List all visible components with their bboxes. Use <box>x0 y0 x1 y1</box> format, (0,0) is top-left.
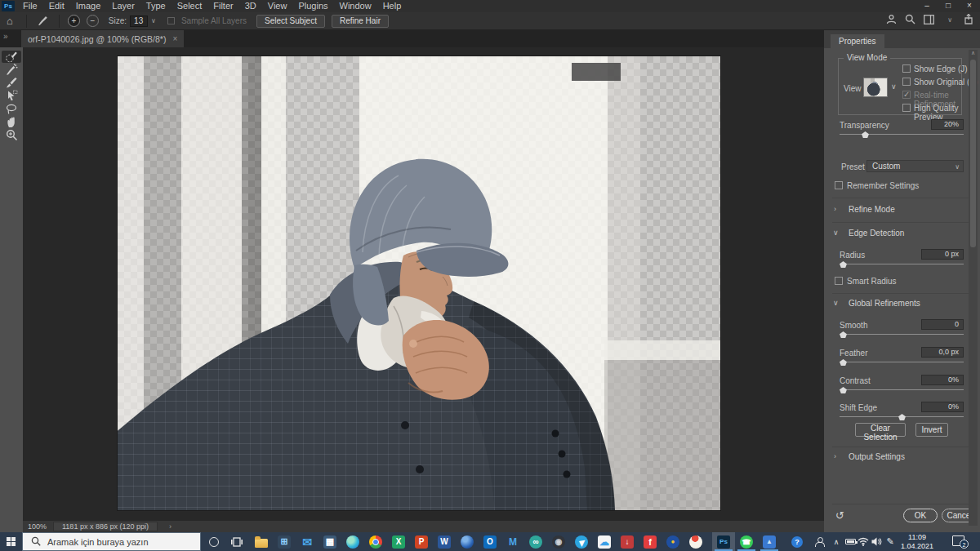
taskbar-mega[interactable]: M <box>501 532 524 551</box>
taskbar-excel[interactable]: X <box>387 532 410 551</box>
taskbar-flipboard[interactable]: f <box>639 532 662 551</box>
document-image[interactable] <box>118 56 720 510</box>
select-subject-button[interactable]: Select Subject <box>256 15 325 28</box>
invert-button[interactable]: Invert <box>915 423 948 437</box>
taskbar-telegram[interactable]: ▶ <box>570 532 593 551</box>
subtract-from-selection-button[interactable]: − <box>87 15 99 27</box>
transparency-value[interactable]: 20% <box>931 119 964 130</box>
preset-dropdown[interactable]: Custom ∨ <box>866 160 964 172</box>
view-thumbnail[interactable] <box>863 78 888 97</box>
refine-mode-chevron-icon[interactable]: › <box>834 205 836 213</box>
taskbar-whatsapp[interactable]: ☎ <box>735 532 758 551</box>
taskbar-screen-recorder[interactable]: ◉ <box>547 532 570 551</box>
taskbar-photos[interactable]: ▲ <box>758 532 781 551</box>
edge-detection-title[interactable]: Edge Detection <box>849 229 904 238</box>
taskbar-ccleaner[interactable] <box>684 532 707 551</box>
taskbar-bluestacks[interactable]: ● <box>662 532 684 551</box>
remember-settings-checkbox[interactable] <box>835 181 843 189</box>
smart-radius-checkbox[interactable] <box>835 277 843 285</box>
menu-view[interactable]: View <box>262 0 293 12</box>
radius-slider[interactable] <box>840 260 964 269</box>
menu-layer[interactable]: Layer <box>106 0 140 12</box>
view-chevron-icon[interactable]: ∨ <box>891 82 897 91</box>
radius-value[interactable]: 0 px <box>921 249 964 260</box>
canvas-area[interactable]: 100% 1181 px x 886 px (120 ppi) › <box>23 47 824 532</box>
refine-hair-button[interactable]: Refine Hair <box>332 15 389 28</box>
transparency-slider[interactable] <box>840 131 964 139</box>
lasso-tool[interactable] <box>2 103 21 115</box>
contrast-value[interactable]: 0% <box>921 375 964 385</box>
document-tab[interactable]: orf-P1040026.jpg @ 100% (RGB/8*) × <box>21 30 184 47</box>
minimize-button[interactable]: – <box>916 0 938 12</box>
sample-all-layers-checkbox[interactable] <box>167 17 175 24</box>
search-input[interactable] <box>47 537 190 547</box>
realtime-refinement-checkbox[interactable] <box>902 91 911 99</box>
hand-tool[interactable] <box>2 116 21 128</box>
contrast-slider[interactable] <box>840 386 964 394</box>
photoshop-logo-icon[interactable]: Ps <box>2 1 15 11</box>
smooth-value[interactable]: 0 <box>921 319 964 330</box>
scroll-up-icon[interactable]: ∧ <box>969 50 978 56</box>
home-icon[interactable]: ⌂ <box>0 15 21 27</box>
document-tab-close-icon[interactable]: × <box>172 34 177 43</box>
taskbar-file-explorer[interactable] <box>250 532 273 551</box>
menu-3d[interactable]: 3D <box>239 0 262 12</box>
feather-value[interactable]: 0,0 px <box>921 347 964 358</box>
taskbar-search[interactable] <box>22 532 201 551</box>
taskbar-downloader[interactable]: ↓ <box>616 532 639 551</box>
output-settings-chevron-icon[interactable]: › <box>834 452 836 460</box>
brush-tool[interactable] <box>2 77 21 89</box>
edge-detection-chevron-icon[interactable]: ∨ <box>833 229 839 237</box>
menu-type[interactable]: Type <box>140 0 172 12</box>
global-refinements-chevron-icon[interactable]: ∨ <box>833 299 839 307</box>
account-icon[interactable] <box>886 14 897 26</box>
feather-slider[interactable] <box>840 358 964 367</box>
brush-size-chevron-icon[interactable]: ∨ <box>148 17 159 24</box>
global-refinements-title[interactable]: Global Refinements <box>849 299 920 308</box>
taskbar-icloud[interactable]: ☁ <box>593 532 616 551</box>
ok-button[interactable]: OK <box>903 509 938 522</box>
search-icon[interactable] <box>905 14 915 26</box>
workspace-switcher-icon[interactable] <box>924 15 936 26</box>
tab-properties[interactable]: Properties <box>831 34 884 48</box>
menu-window[interactable]: Window <box>334 0 377 12</box>
zoom-level[interactable]: 100% <box>23 522 53 531</box>
pen-tray-icon[interactable]: ✎ <box>882 532 898 551</box>
workspace-chevron-icon[interactable]: ∨ <box>944 16 956 24</box>
scrollbar-thumb[interactable] <box>970 60 976 247</box>
smooth-slider[interactable] <box>840 331 964 339</box>
reset-icon[interactable]: ↺ <box>835 509 844 522</box>
taskbar-chrome[interactable] <box>364 532 387 551</box>
taskbar-defender[interactable] <box>456 532 479 551</box>
refine-mode-title[interactable]: Refine Mode <box>849 205 895 214</box>
taskbar-clock[interactable]: 11:09 1.04.2021 <box>897 533 938 550</box>
show-original-checkbox[interactable] <box>902 78 911 86</box>
taskbar-photoshop[interactable]: Ps <box>712 532 735 551</box>
clear-selection-button[interactable]: Clear Selection <box>855 423 906 437</box>
menu-file[interactable]: File <box>17 0 43 12</box>
menu-edit[interactable]: Edit <box>43 0 70 12</box>
get-help-tray-icon[interactable]: ? <box>787 532 807 551</box>
refine-edge-brush-tool[interactable] <box>2 64 21 76</box>
shift-edge-slider[interactable] <box>840 413 964 421</box>
menu-plugins[interactable]: Plugins <box>292 0 333 12</box>
close-button[interactable]: × <box>959 0 980 12</box>
output-settings-title[interactable]: Output Settings <box>849 452 905 461</box>
tab-overflow-icon[interactable]: » <box>3 32 8 41</box>
object-selection-tool[interactable] <box>2 90 21 102</box>
add-to-selection-button[interactable]: + <box>68 15 80 27</box>
taskbar-movies-tv[interactable]: ▦ <box>318 532 341 551</box>
taskbar-mail[interactable]: ✉ <box>296 532 318 551</box>
share-icon[interactable] <box>964 14 973 26</box>
taskbar-word[interactable]: W <box>433 532 456 551</box>
restore-button[interactable]: □ <box>938 0 959 12</box>
brush-size-field[interactable]: 13 <box>130 16 148 27</box>
taskbar-outlook[interactable]: O <box>479 532 501 551</box>
menu-select[interactable]: Select <box>172 0 208 12</box>
taskbar-edge[interactable] <box>341 532 364 551</box>
action-center-icon[interactable]: 2 <box>952 535 964 546</box>
menu-filter[interactable]: Filter <box>207 0 238 12</box>
taskbar-powerpoint[interactable]: P <box>410 532 433 551</box>
cortana-button[interactable] <box>203 532 225 551</box>
panel-scrollbar[interactable]: ∧ <box>969 50 978 526</box>
